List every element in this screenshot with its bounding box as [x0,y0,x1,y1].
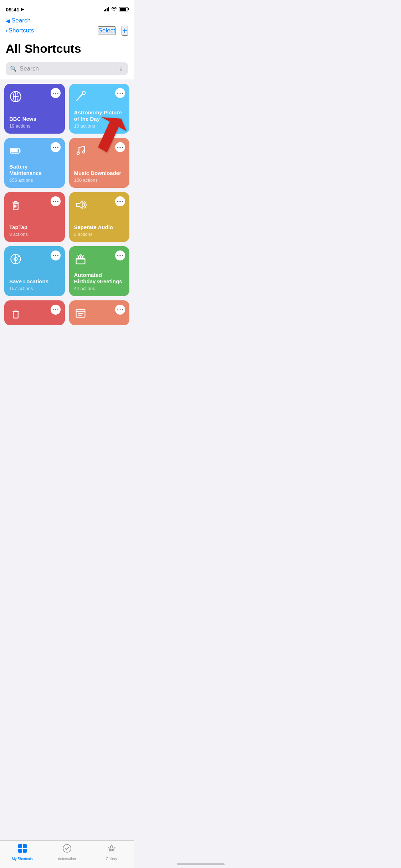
svg-point-50 [119,309,120,310]
partial-card-1[interactable] [69,300,130,325]
select-button[interactable]: Select [98,26,116,35]
shortcut-actions-count: 44 actions [74,286,125,291]
shortcut-title: Save Locations [9,278,60,285]
svg-point-34 [53,255,54,256]
shortcut-card-audio[interactable]: Seperate Audio2 actions [69,192,130,242]
svg-point-20 [119,147,120,148]
status-icons [104,7,128,12]
shortcut-card-birthday[interactable]: Automated Birthday Greetings44 actions [69,246,130,296]
shortcut-card-music[interactable]: Music Downloader150 actions [69,138,130,188]
battery-icon [119,7,128,11]
shortcut-card-locations[interactable]: Save Locations157 actions [4,246,65,296]
svg-point-31 [119,201,120,202]
svg-point-2 [55,93,56,94]
shortcut-actions-count: 10 actions [74,123,125,129]
svg-point-1 [53,93,54,94]
svg-point-10 [122,93,123,94]
back-link[interactable]: ◀ Search [6,17,31,24]
svg-point-49 [117,309,118,310]
svg-rect-54 [78,315,82,316]
partial-cards [0,300,134,327]
card-menu-button[interactable] [51,305,61,315]
svg-rect-18 [11,149,18,153]
shortcut-title: BBC News [9,116,60,122]
svg-point-3 [57,93,58,94]
svg-point-26 [57,201,58,202]
shortcut-actions-count: 19 actions [9,123,60,129]
svg-point-14 [53,147,54,148]
shortcut-card-taptap[interactable]: TapTap8 actions [4,192,65,242]
wifi-icon [111,7,117,12]
svg-rect-53 [78,313,83,314]
svg-point-46 [53,309,54,310]
shortcut-title: Astronomy Picture of the Day [74,109,125,122]
status-time: 09:41 ▶ [6,6,24,12]
card-menu-button[interactable] [51,196,61,206]
svg-point-8 [117,93,118,94]
chevron-left-icon: ◀ [6,17,10,24]
back-label: Search [11,17,31,24]
search-icon: 🔍 [10,66,17,72]
shortcut-actions-count: 150 actions [74,177,125,183]
svg-point-22 [77,152,79,155]
svg-point-41 [122,255,123,256]
shortcut-title: TapTap [9,224,60,231]
shortcut-card-astronomy[interactable]: Astronomy Picture of the Day10 actions [69,84,130,134]
svg-point-51 [122,309,123,310]
svg-point-30 [117,201,118,202]
title-area: All Shortcuts [0,39,134,60]
shortcut-card-bbc-news[interactable]: BBC News19 actions [4,84,65,134]
shortcut-title: Battery Maintenance [9,164,60,176]
shortcut-actions-count: 2 actions [74,232,125,237]
search-placeholder[interactable]: Search [20,65,115,72]
card-menu-button[interactable] [51,250,61,260]
shortcuts-back-label: Shortcuts [9,27,34,34]
svg-point-39 [117,255,118,256]
shortcuts-back-button[interactable]: ‹ Shortcuts [6,27,34,34]
shortcut-title: Seperate Audio [74,224,125,231]
shortcut-card-battery[interactable]: Battery Maintenance555 actions [4,138,65,188]
svg-point-23 [82,151,85,153]
svg-point-48 [57,309,58,310]
shortcut-actions-count: 157 actions [9,286,60,291]
svg-point-47 [55,309,56,310]
shortcuts-grid: BBC News19 actionsAstronomy Picture of t… [0,79,134,300]
header-nav: ‹ Shortcuts [6,27,34,34]
svg-point-12 [82,92,85,95]
partial-card-0[interactable] [4,300,65,325]
signal-icon [104,7,109,11]
svg-point-9 [119,93,120,94]
shortcut-title: Automated Birthday Greetings [74,272,125,285]
svg-point-40 [119,255,120,256]
microphone-icon[interactable]: 🎙 [118,66,124,72]
svg-point-32 [122,201,123,202]
svg-point-15 [55,147,56,148]
shortcut-actions-count: 555 actions [9,177,60,183]
svg-rect-42 [76,258,85,264]
nav-back[interactable]: ◀ Search [0,16,134,26]
add-shortcut-button[interactable]: + [122,26,128,36]
card-menu-button[interactable] [51,142,61,152]
page-title: All Shortcuts [6,42,128,55]
svg-point-16 [57,147,58,148]
status-bar: 09:41 ▶ [0,0,134,16]
shortcut-title: Music Downloader [74,170,125,176]
svg-point-24 [53,201,54,202]
svg-marker-33 [76,201,82,208]
svg-point-25 [55,201,56,202]
svg-point-36 [57,255,58,256]
header-actions: Select + [98,26,128,36]
search-bar[interactable]: 🔍 Search 🎙 [6,62,128,75]
svg-point-19 [117,147,118,148]
page-header: ‹ Shortcuts Select + [0,26,134,39]
card-menu-button[interactable] [51,88,61,98]
svg-line-13 [76,99,78,101]
shortcut-actions-count: 8 actions [9,232,60,237]
main-content: BBC News19 actionsAstronomy Picture of t… [0,79,134,359]
chevron-icon: ‹ [6,27,8,34]
svg-point-21 [122,147,123,148]
svg-point-35 [55,255,56,256]
search-container: 🔍 Search 🎙 [0,60,134,79]
